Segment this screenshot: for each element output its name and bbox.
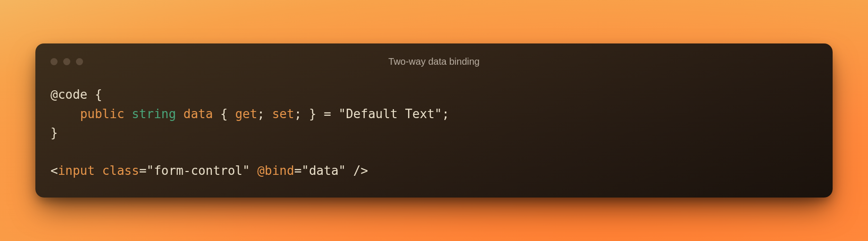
code-token: class [102, 164, 139, 178]
code-token: "data" [301, 164, 346, 178]
code-token: "form-control" [147, 164, 250, 178]
code-token [346, 164, 353, 178]
traffic-light-zoom-icon[interactable] [76, 58, 83, 65]
code-token: /> [353, 164, 368, 178]
code-token [250, 164, 258, 178]
window-title: Two-way data binding [50, 56, 818, 67]
code-token: { [95, 87, 102, 102]
code-token: ; [442, 107, 450, 121]
code-token: ; [294, 107, 302, 121]
code-token [331, 107, 339, 121]
code-token: } [309, 107, 317, 121]
traffic-light-close-icon[interactable] [50, 58, 58, 65]
code-token: public [80, 107, 125, 121]
code-token: @ [50, 87, 58, 102]
traffic-light-minimize-icon[interactable] [63, 58, 70, 65]
code-token [301, 107, 309, 121]
code-token: @bind [257, 164, 294, 178]
code-window: Two-way data binding @code { public stri… [35, 43, 833, 197]
code-token [87, 87, 95, 102]
traffic-lights [50, 58, 83, 65]
code-token: = [324, 107, 331, 121]
code-token [50, 107, 80, 121]
code-token: = [294, 164, 302, 178]
code-token: code [58, 87, 88, 102]
window-titlebar: Two-way data binding [50, 55, 818, 68]
code-token [213, 107, 220, 121]
code-token [176, 107, 184, 121]
code-block: @code { public string data { get; set; }… [50, 85, 818, 180]
code-token: data [184, 107, 213, 121]
code-token: set [272, 107, 294, 121]
code-token: < [50, 164, 58, 178]
code-token: ; [257, 107, 265, 121]
code-token: { [220, 107, 228, 121]
code-token: = [139, 164, 147, 178]
code-token: } [50, 126, 58, 140]
code-token: "Default Text" [339, 107, 442, 121]
code-token [228, 107, 235, 121]
code-token [265, 107, 272, 121]
code-token: input [58, 164, 95, 178]
code-token: get [235, 107, 257, 121]
code-token [95, 164, 102, 178]
code-token [125, 107, 132, 121]
code-token [317, 107, 324, 121]
code-token: string [132, 107, 176, 121]
